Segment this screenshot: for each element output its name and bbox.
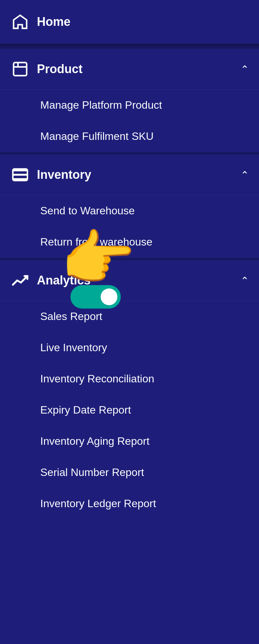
analytics-chevron-icon: ⌃ — [241, 275, 249, 286]
product-icon — [10, 59, 30, 79]
inventory-subitems: Send to Warehouse Return from warehouse — [0, 195, 259, 258]
return-from-warehouse-label: Return from warehouse — [40, 236, 152, 248]
expiry-date-report-label: Expiry Date Report — [40, 404, 131, 416]
sidebar-item-inventory-ledger-report[interactable]: Inventory Ledger Report — [0, 488, 259, 519]
live-inventory-label: Live Inventory — [40, 341, 107, 354]
manage-platform-product-label: Manage Platform Product — [40, 99, 162, 111]
sidebar-item-inventory-reconciliation[interactable]: Inventory Reconciliation — [0, 363, 259, 394]
sidebar-item-live-inventory[interactable]: Live Inventory — [0, 332, 259, 363]
inventory-icon — [10, 165, 30, 185]
svg-rect-0 — [14, 63, 27, 76]
analytics-divider — [0, 258, 259, 260]
sidebar-item-manage-fulfilment-sku[interactable]: Manage Fulfilment SKU — [0, 121, 259, 152]
inventory-divider — [0, 152, 259, 155]
sidebar-item-inventory-label: Inventory — [37, 168, 241, 182]
product-subitems: Manage Platform Product Manage Fulfilmen… — [0, 90, 259, 152]
sidebar-item-home-label: Home — [37, 15, 249, 29]
sales-report-label: Sales Report — [40, 310, 102, 322]
sidebar-item-product-label: Product — [37, 62, 241, 76]
sidebar-item-return-from-warehouse[interactable]: Return from warehouse — [0, 226, 259, 258]
sidebar-item-analytics[interactable]: Analytics ⌃ — [0, 260, 259, 301]
sidebar-item-product[interactable]: Product ⌃ — [0, 49, 259, 90]
send-to-warehouse-label: Send to Warehouse — [40, 205, 135, 217]
product-chevron-icon: ⌃ — [241, 63, 249, 75]
sidebar-item-serial-number-report[interactable]: Serial Number Report — [0, 457, 259, 488]
inventory-chevron-icon: ⌃ — [241, 169, 249, 181]
sidebar-item-analytics-label: Analytics — [37, 273, 241, 287]
sidebar-item-inventory[interactable]: Inventory ⌃ — [0, 155, 259, 195]
inventory-aging-report-label: Inventory Aging Report — [40, 435, 150, 447]
sidebar-item-expiry-date-report[interactable]: Expiry Date Report — [0, 394, 259, 426]
product-divider — [0, 46, 259, 49]
sidebar-item-home[interactable]: Home — [0, 0, 259, 46]
serial-number-report-label: Serial Number Report — [40, 466, 144, 478]
sidebar-item-manage-platform-product[interactable]: Manage Platform Product — [0, 90, 259, 121]
sidebar-item-send-to-warehouse[interactable]: Send to Warehouse — [0, 195, 259, 226]
analytics-subitems: Sales Report Live Inventory Inventory Re… — [0, 301, 259, 519]
sidebar: Home Product ⌃ Manage Platform Product M… — [0, 0, 259, 644]
inventory-ledger-report-label: Inventory Ledger Report — [40, 497, 156, 509]
manage-fulfilment-sku-label: Manage Fulfilment SKU — [40, 130, 154, 142]
sidebar-item-sales-report[interactable]: Sales Report — [0, 301, 259, 332]
home-icon — [10, 12, 30, 32]
inventory-reconciliation-label: Inventory Reconciliation — [40, 373, 154, 385]
sidebar-item-inventory-aging-report[interactable]: Inventory Aging Report — [0, 426, 259, 457]
analytics-icon — [10, 270, 30, 290]
